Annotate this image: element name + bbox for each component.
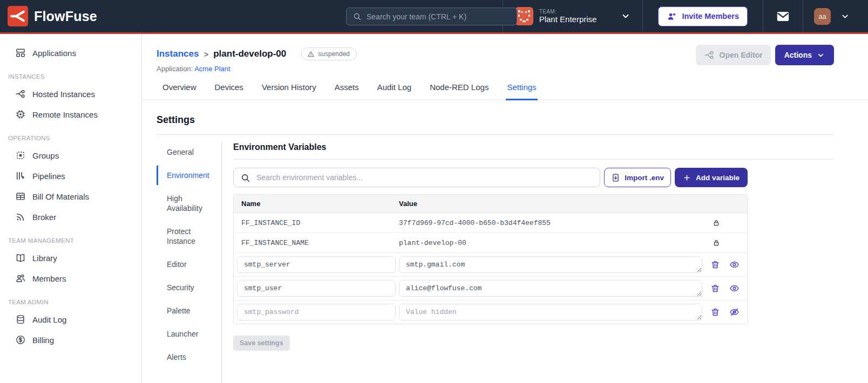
suspended-badge: suspended — [301, 47, 357, 60]
team-avatar — [515, 7, 533, 25]
sidebar-item-label: Remote Instances — [32, 110, 98, 119]
tab-devices[interactable]: Devices — [214, 80, 245, 100]
settings-nav: General Environment High Availability Pr… — [157, 142, 222, 383]
settings-nav-launcher[interactable]: Launcher — [157, 324, 221, 344]
sidebar-item-label: Applications — [32, 49, 76, 58]
trash-icon — [710, 284, 720, 293]
user-menu[interactable]: aa — [803, 0, 860, 32]
settings-nav-security[interactable]: Security — [157, 278, 221, 297]
sidebar-item-label: Library — [32, 254, 57, 263]
tab-settings[interactable]: Settings — [506, 80, 537, 100]
application-link[interactable]: Acme Plant — [194, 65, 230, 73]
column-value: Value — [399, 200, 693, 208]
team-name: Plant Enterprise — [539, 15, 597, 24]
env-var-name-input[interactable] — [237, 304, 396, 320]
actions-button[interactable]: Actions — [775, 45, 834, 65]
members-icon — [15, 273, 26, 284]
sidebar-item-pipelines[interactable]: Pipelines — [0, 166, 141, 186]
flowfuse-brand[interactable]: FlowFuse — [8, 6, 97, 26]
toggle-visibility-button[interactable] — [729, 307, 740, 317]
tab-assets[interactable]: Assets — [334, 80, 360, 100]
remote-instances-icon — [15, 109, 26, 120]
sidebar-item-label: Bill Of Materials — [32, 192, 89, 201]
breadcrumb-separator: > — [204, 50, 208, 59]
chevron-down-icon — [621, 11, 630, 21]
sidebar-item-bill-of-materials[interactable]: Bill Of Materials — [0, 186, 141, 207]
env-section-title: Environment Variables — [233, 142, 834, 160]
suspended-badge-label: suspended — [318, 50, 350, 58]
open-editor-button[interactable]: Open Editor — [696, 45, 771, 65]
sidebar-item-applications[interactable]: Applications — [0, 43, 141, 63]
trash-icon — [710, 307, 720, 317]
add-variable-button[interactable]: Add variable — [675, 168, 748, 187]
env-search[interactable] — [233, 168, 600, 187]
notifications-button[interactable] — [763, 0, 803, 32]
trash-icon — [710, 260, 720, 270]
env-var-name-input[interactable] — [237, 280, 396, 297]
settings-nav-alerts[interactable]: Alerts — [157, 347, 221, 367]
add-variable-label: Add variable — [696, 174, 740, 182]
flowfuse-logo-icon — [8, 6, 28, 26]
env-var-value-input[interactable] — [399, 304, 702, 320]
settings-nav-high-availability[interactable]: High Availability — [157, 189, 221, 218]
sidebar-section-team-management: TEAM MANAGEMENT — [0, 227, 141, 248]
tab-node-red-logs[interactable]: Node-RED Logs — [429, 80, 490, 100]
lock-icon — [712, 238, 721, 247]
eye-icon — [729, 259, 740, 270]
tab-overview[interactable]: Overview — [161, 80, 198, 100]
settings-nav-palette[interactable]: Palette — [157, 301, 221, 320]
search-icon — [240, 173, 250, 183]
sidebar-item-broker[interactable]: Broker — [0, 207, 141, 227]
env-var-value-input[interactable]: smtp.gmail.com — [399, 256, 702, 273]
toggle-visibility-button[interactable] — [729, 283, 740, 293]
settings-divider — [157, 134, 834, 135]
actions-label: Actions — [784, 51, 812, 59]
env-var-value-input[interactable]: alice@flowfuse.com — [399, 280, 702, 297]
sidebar-item-audit-log[interactable]: Audit Log — [0, 309, 141, 330]
table-row-smtp-user: alice@flowfuse.com — [234, 277, 747, 300]
library-icon — [15, 252, 26, 263]
sidebar-item-label: Broker — [32, 213, 56, 222]
save-settings-button[interactable]: Save settings — [233, 336, 290, 351]
sidebar-item-members[interactable]: Members — [0, 268, 141, 289]
team-search[interactable] — [346, 8, 517, 25]
environment-panel: Environment Variables — [222, 142, 834, 383]
sidebar-item-hosted-instances[interactable]: Hosted Instances — [0, 84, 141, 104]
tab-audit-log[interactable]: Audit Log — [376, 80, 412, 100]
invite-members-button[interactable]: Invite Members — [658, 6, 748, 26]
warning-icon — [307, 50, 315, 58]
billing-icon — [15, 334, 26, 345]
column-name: Name — [241, 200, 399, 208]
sidebar-item-groups[interactable]: Groups — [0, 145, 141, 166]
settings-nav-environment[interactable]: Environment — [157, 166, 221, 185]
instance-name: plant-develop-00 — [213, 49, 286, 59]
sidebar-item-library[interactable]: Library — [0, 248, 141, 268]
open-editor-label: Open Editor — [720, 51, 763, 59]
sidebar-item-remote-instances[interactable]: Remote Instances — [0, 104, 141, 125]
sidebar-item-billing[interactable]: Billing — [0, 330, 141, 350]
delete-variable-button[interactable] — [710, 307, 720, 317]
breadcrumb-instances-link[interactable]: Instances — [157, 49, 199, 59]
brand-name: FlowFuse — [34, 9, 97, 24]
delete-variable-button[interactable] — [710, 284, 720, 293]
sidebar-item-label: Members — [32, 274, 66, 283]
lock-icon — [712, 218, 721, 227]
eye-off-icon — [729, 307, 740, 317]
toggle-visibility-button[interactable] — [729, 259, 740, 270]
team-search-input[interactable] — [367, 12, 511, 21]
settings-nav-protect-instance[interactable]: Protect Instance — [157, 222, 221, 251]
team-selector[interactable]: TEAM: Plant Enterprise — [503, 0, 643, 32]
settings-nav-general[interactable]: General — [157, 142, 221, 162]
env-var-value: plant-develop-00 — [399, 239, 693, 247]
env-var-name-input[interactable] — [237, 256, 396, 273]
delete-variable-button[interactable] — [710, 260, 720, 270]
settings-nav-editor[interactable]: Editor — [157, 255, 221, 274]
tab-version-history[interactable]: Version History — [261, 80, 317, 100]
hosted-instances-icon — [15, 88, 26, 99]
search-icon — [352, 12, 362, 21]
import-env-button[interactable]: Import .env — [604, 168, 671, 187]
applications-icon — [15, 47, 26, 58]
table-row-ff-instance-id: FF_INSTANCE_ID 37f7d969-97cd-4000-b650-b… — [234, 213, 747, 233]
invite-members-label: Invite Members — [682, 12, 739, 20]
env-search-input[interactable] — [256, 173, 593, 182]
